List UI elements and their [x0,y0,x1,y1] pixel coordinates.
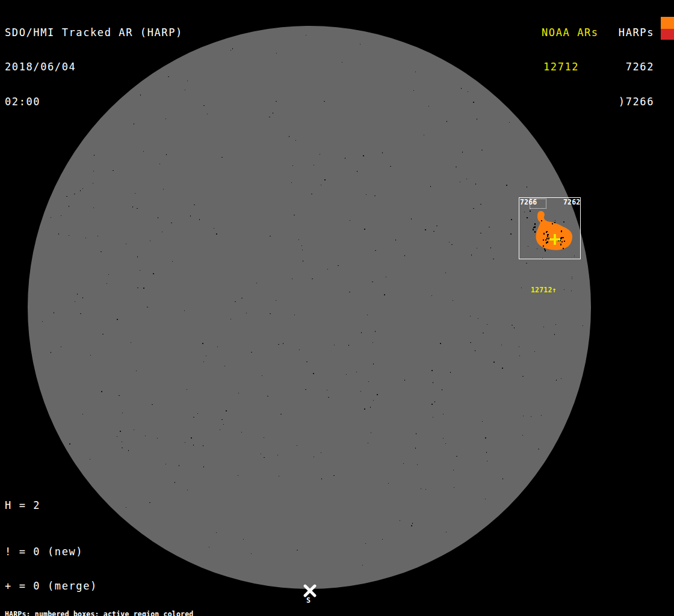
harp-tracking-frame: SDO/HMI Tracked AR (HARP) 2018/06/04 02:… [0,0,674,616]
footnote-harps: HARPs: numbered boxes; active region col… [5,611,253,616]
harp-box-label-7262: 7262 [563,199,581,206]
noaa-ar-12712-label: 12712↑ [531,286,557,294]
footnotes: HARPs: numbered boxes; active region col… [5,596,253,616]
harp-box-label-7266: 7266 [520,199,537,206]
flag-merge: + = 0 (merge) [5,581,140,592]
flag-new: ! = 0 (new) [5,546,140,558]
magnetic-speckles [42,35,583,565]
south-pole-x-marker [305,586,315,596]
south-pole-label: S [306,597,311,604]
harp-7262-bounding-box [519,197,581,259]
harp-count: H = 2 [5,500,40,511]
